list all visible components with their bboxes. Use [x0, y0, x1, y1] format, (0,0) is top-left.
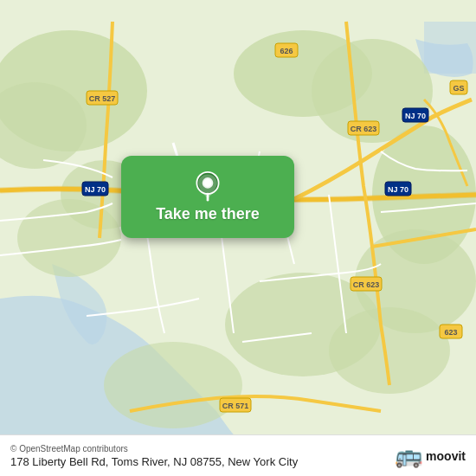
svg-text:CR 571: CR 571 [222, 402, 249, 410]
svg-text:623: 623 [444, 328, 457, 337]
svg-text:NJ 70: NJ 70 [388, 185, 408, 194]
svg-text:CR 623: CR 623 [351, 125, 377, 133]
svg-text:NJ 70: NJ 70 [85, 185, 106, 194]
svg-text:626: 626 [280, 47, 293, 55]
svg-point-9 [17, 199, 121, 277]
location-pin-icon [192, 170, 223, 202]
svg-text:CR 623: CR 623 [353, 280, 380, 289]
osm-credit: © OpenStreetMap contributors [10, 444, 298, 453]
svg-text:NJ 70: NJ 70 [405, 112, 426, 120]
button-label: Take me there [156, 205, 260, 223]
svg-point-35 [204, 179, 212, 187]
moovit-bus-icon: 🚌 [395, 442, 422, 469]
bottom-left: © OpenStreetMap contributors 178 Liberty… [10, 444, 298, 468]
map-container: 626 NJ 70 NJ 70 NJ 70 CR 527 CR 623 CR 6… [0, 0, 476, 476]
bottom-bar: © OpenStreetMap contributors 178 Liberty… [0, 434, 476, 476]
moovit-brand-name: moovit [426, 450, 466, 462]
moovit-logo[interactable]: 🚌 moovit [395, 442, 466, 469]
address-text: 178 Liberty Bell Rd, Toms River, NJ 0875… [10, 455, 298, 468]
map-svg: 626 NJ 70 NJ 70 NJ 70 CR 527 CR 623 CR 6… [0, 0, 476, 476]
svg-point-12 [104, 342, 242, 428]
svg-rect-1 [424, 22, 476, 74]
moovit-brand: moovit [426, 450, 466, 462]
svg-text:GS: GS [453, 84, 464, 93]
take-me-there-button[interactable]: Take me there [121, 156, 294, 238]
svg-text:CR 527: CR 527 [89, 94, 116, 103]
